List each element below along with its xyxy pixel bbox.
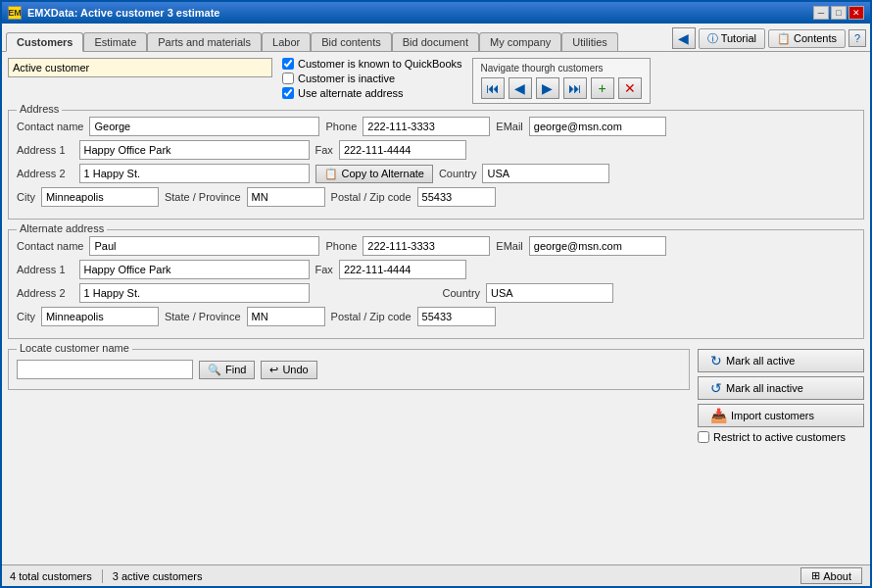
minimize-button[interactable]: ─ [813, 6, 829, 20]
inactive-label: Customer is inactive [298, 73, 395, 84]
title-bar: EM EMXData: Active customer 3 estimate ─… [2, 2, 870, 24]
email-input[interactable] [529, 117, 666, 136]
info-icon: ⓘ [707, 31, 718, 46]
alt-country-label: Country [443, 287, 481, 299]
tab-estimate[interactable]: Estimate [83, 32, 147, 51]
address1-input[interactable] [79, 140, 310, 160]
alt-city-label: City [17, 311, 35, 322]
undo-button[interactable]: ↩ Undo [261, 361, 316, 379]
nav-buttons: ⏮ ◀ ▶ ⏭ + ✕ [481, 77, 642, 99]
alt-email-label: EMail [496, 240, 523, 252]
alt-email-input[interactable] [529, 236, 666, 256]
action-buttons: ↻ Mark all active ↺ Mark all inactive 📥 … [698, 349, 864, 443]
total-customers-status: 4 total customers [10, 570, 92, 582]
tab-utilities[interactable]: Utilities [561, 32, 617, 51]
alt-address-label: Use alternate address [298, 87, 404, 99]
copy-to-alternate-button[interactable]: 📋 Copy to Alternate [315, 165, 433, 183]
navigate-label: Navigate thourgh customers [481, 63, 642, 74]
address-legend: Address [17, 103, 62, 115]
mark-all-inactive-button[interactable]: ↺ Mark all inactive [698, 376, 864, 400]
nav-delete-button[interactable]: ✕ [618, 77, 642, 99]
about-button[interactable]: ⊞ About [800, 567, 862, 584]
customer-name-section [8, 58, 272, 77]
tab-parts-materials[interactable]: Parts and materials [147, 32, 262, 51]
nav-first-button[interactable]: ⏮ [481, 77, 505, 99]
zip-input[interactable] [417, 187, 496, 207]
navigate-section: Navigate thourgh customers ⏮ ◀ ▶ ⏭ + ✕ [472, 58, 651, 104]
alt-fax-input[interactable] [339, 260, 466, 279]
top-section: Customer is known to QuickBooks Customer… [8, 58, 864, 104]
tab-bid-document[interactable]: Bid document [392, 32, 479, 51]
tabs-toolbar-row: Customers Estimate Parts and materials L… [2, 24, 870, 52]
alt-zip-label: Postal / Zip code [331, 311, 412, 322]
contents-button[interactable]: 📋 Contents [768, 29, 846, 48]
state-input[interactable] [247, 187, 325, 207]
alt-address1-label: Address 1 [17, 264, 66, 275]
close-button[interactable]: ✕ [848, 6, 864, 20]
status-bar: 4 total customers 3 active customers ⊞ A… [2, 564, 870, 586]
bottom-section: Locate customer name 🔍 Find ↩ Undo ↻ [8, 349, 864, 443]
import-icon: 📥 [710, 408, 727, 423]
main-window: EM EMXData: Active customer 3 estimate ─… [0, 0, 872, 588]
address2-input[interactable] [79, 164, 310, 183]
maximize-button[interactable]: □ [831, 6, 847, 20]
alt-city-input[interactable] [41, 307, 159, 326]
alt-address-section: Alternate address Contact name Phone EMa… [8, 229, 864, 339]
inactive-checkbox[interactable] [282, 73, 294, 84]
alt-zip-input[interactable] [417, 307, 496, 326]
city-input[interactable] [41, 187, 159, 207]
tab-my-company[interactable]: My company [479, 32, 561, 51]
city-label: City [17, 191, 35, 203]
checkboxes-section: Customer is known to QuickBooks Customer… [282, 58, 462, 99]
email-label: EMail [496, 121, 523, 132]
phone-input[interactable] [363, 117, 490, 136]
import-customers-button[interactable]: 📥 Import customers [698, 404, 864, 427]
inactive-row: Customer is inactive [282, 73, 462, 84]
tab-customers[interactable]: Customers [6, 32, 83, 52]
restrict-checkbox[interactable] [698, 431, 709, 443]
locate-input[interactable] [17, 360, 193, 379]
alt-contact-name-label: Contact name [17, 240, 83, 252]
alt-phone-input[interactable] [363, 236, 490, 256]
active-customers-status: 3 active customers [113, 570, 203, 582]
zip-label: Postal / Zip code [331, 191, 412, 203]
alt-state-input[interactable] [247, 307, 325, 326]
address1-label: Address 1 [17, 144, 66, 156]
alt-address1-input[interactable] [79, 260, 310, 279]
help-button[interactable]: ? [848, 29, 866, 47]
alt-phone-label: Phone [325, 240, 357, 252]
back-arrow-button[interactable]: ◀ [672, 27, 696, 49]
alt-country-input[interactable] [486, 283, 613, 303]
undo-icon: ↩ [269, 364, 278, 376]
alt-address2-input[interactable] [79, 283, 310, 303]
tab-labor[interactable]: Labor [262, 32, 311, 51]
contact-name-input[interactable] [89, 117, 319, 136]
tutorial-button[interactable]: ⓘ Tutorial [699, 28, 765, 49]
state-label: State / Province [165, 191, 241, 203]
fax-input[interactable] [339, 140, 466, 160]
country-input[interactable] [482, 164, 609, 183]
restrict-label: Restrict to active customers [713, 431, 846, 443]
address2-row: Address 2 📋 Copy to Alternate Country [17, 164, 855, 183]
customer-name-input[interactable] [8, 58, 272, 77]
fax-label: Fax [315, 144, 333, 156]
nav-add-button[interactable]: + [591, 77, 614, 99]
nav-next-button[interactable]: ▶ [536, 77, 559, 99]
nav-last-button[interactable]: ⏭ [563, 77, 587, 99]
window-title: EMXData: Active customer 3 estimate [27, 7, 219, 19]
right-toolbar: ◀ ⓘ Tutorial 📋 Contents ? [672, 27, 866, 51]
mark-all-active-button[interactable]: ↻ Mark all active [698, 349, 864, 372]
known-qb-row: Customer is known to QuickBooks [282, 58, 462, 70]
nav-prev-button[interactable]: ◀ [509, 77, 532, 99]
find-button[interactable]: 🔍 Find [199, 361, 255, 379]
locate-legend: Locate customer name [17, 342, 132, 354]
contact-name-row: Contact name Phone EMail [17, 117, 855, 136]
known-qb-checkbox[interactable] [282, 58, 294, 70]
tab-bid-contents[interactable]: Bid contents [311, 32, 392, 51]
alt-address2-label: Address 2 [17, 287, 66, 299]
known-qb-label: Customer is known to QuickBooks [298, 58, 462, 70]
find-icon: 🔍 [208, 364, 221, 376]
alt-contact-name-input[interactable] [89, 236, 319, 256]
copy-icon: 📋 [324, 168, 338, 180]
alt-address-checkbox[interactable] [282, 87, 294, 99]
